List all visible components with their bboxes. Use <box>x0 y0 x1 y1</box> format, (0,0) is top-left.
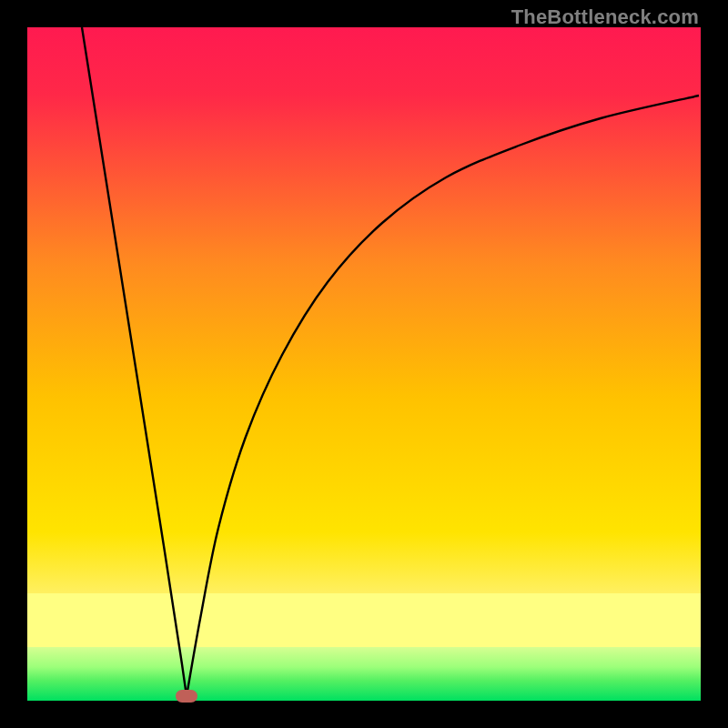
curve-right-branch <box>187 96 699 696</box>
bottleneck-curve <box>27 27 701 701</box>
curve-left-branch <box>82 27 187 696</box>
attribution-text: TheBottleneck.com <box>511 5 699 29</box>
minimum-marker <box>176 690 197 703</box>
plot-frame <box>27 27 701 701</box>
